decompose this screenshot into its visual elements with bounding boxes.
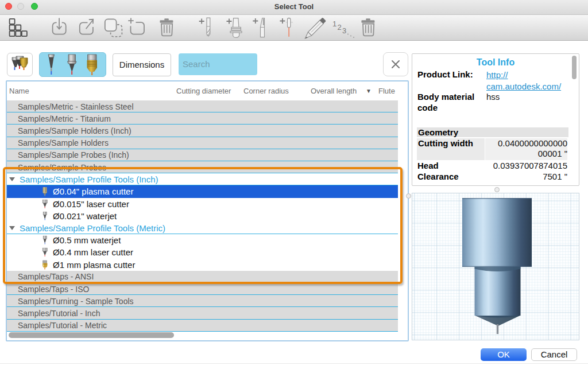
svg-text:1: 1: [332, 20, 336, 28]
svg-text:2: 2: [338, 23, 342, 32]
svg-text:3: 3: [342, 26, 346, 35]
